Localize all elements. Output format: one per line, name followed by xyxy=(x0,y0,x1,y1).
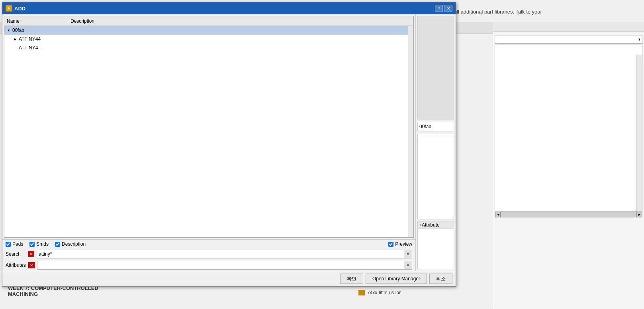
collapse-btn[interactable]: ▼ xyxy=(6,27,12,33)
attributes-label: Attributes xyxy=(6,262,26,268)
right-panel-vscroll[interactable] xyxy=(636,55,642,211)
tree-row-content: ▶ ATTINY4··· xyxy=(4,45,68,51)
tree-row-content: ▶ ATTINY44 xyxy=(4,36,68,42)
library-label: 00fab xyxy=(417,122,454,131)
cancel-button[interactable]: 취소 xyxy=(429,274,452,284)
tree-row[interactable]: ▼ 00fab xyxy=(4,26,413,35)
dialog-title-buttons: ? ✕ xyxy=(435,5,452,12)
tree-vscroll[interactable] xyxy=(408,26,413,237)
attribute-sort-icon: ↑ xyxy=(419,223,421,227)
preview-label: Preview xyxy=(395,241,412,247)
tree-item-label: 00fab xyxy=(12,27,24,33)
name-column-header[interactable]: Name ↑ xyxy=(4,16,68,25)
search-label: Search xyxy=(6,251,25,257)
attribute-body xyxy=(418,229,454,269)
expand-btn[interactable]: ▶ xyxy=(12,36,18,42)
add-dialog: A ADD ? ✕ Name ↑ Description xyxy=(2,2,456,287)
smds-checkbox[interactable] xyxy=(29,242,35,247)
right-panel-dropdown[interactable]: ▼ xyxy=(495,35,642,44)
right-panel-header xyxy=(493,22,644,32)
tree-item-label: ATTINY4··· xyxy=(19,45,42,51)
smds-checkbox-item: Smds xyxy=(29,241,49,247)
attribute-header[interactable]: ↑ Attribute xyxy=(418,221,454,229)
lib-item-name: 74xx-little-us.lbr xyxy=(367,290,401,295)
tree-header: Name ↑ Description xyxy=(4,16,413,26)
week-label: WEEK 7: COMPUTER-CONTROLLED MACHINING xyxy=(8,285,98,297)
description-checkbox-item: Description xyxy=(55,241,86,247)
search-input-wrap: ▼ xyxy=(37,250,412,258)
dialog-title-left: A ADD xyxy=(6,5,25,12)
attributes-row: Attributes ✕ ▼ xyxy=(2,260,415,271)
dialog-icon: A xyxy=(6,5,12,12)
component-tree: Name ↑ Description ▼ 00fab xyxy=(4,16,414,238)
right-panel: ▼ ◀ ▶ xyxy=(493,22,644,309)
lib-icon xyxy=(358,290,365,295)
dialog-titlebar: A ADD ? ✕ xyxy=(2,2,456,14)
right-panel-content xyxy=(495,45,642,212)
tree-body: ▼ 00fab ▶ ATTINY44 xyxy=(4,26,413,52)
smds-label: Smds xyxy=(36,241,49,247)
bg-text: all additional part libraries. Talk to y… xyxy=(454,9,542,15)
tree-row[interactable]: ▶ ATTINY4··· xyxy=(4,43,413,52)
search-input[interactable] xyxy=(37,250,404,258)
search-clear-btn[interactable]: ✕ xyxy=(28,251,34,257)
description-column-header[interactable]: Description xyxy=(68,16,413,25)
attributes-input-wrap: ▼ xyxy=(37,261,412,270)
search-row: Search ✕ ▼ xyxy=(2,248,415,260)
preview-checkbox-item: Preview xyxy=(388,241,412,247)
attributes-clear-btn[interactable]: ✕ xyxy=(28,262,35,268)
dialog-content: Name ↑ Description ▼ 00fab xyxy=(2,14,456,271)
confirm-button[interactable]: 확인 xyxy=(340,274,363,284)
dialog-help-btn[interactable]: ? xyxy=(435,5,443,12)
pads-checkbox[interactable] xyxy=(6,242,11,247)
tree-row[interactable]: ▶ ATTINY44 xyxy=(4,35,413,43)
hscroll-right-btn[interactable]: ▶ xyxy=(636,212,642,217)
attributes-dropdown-btn[interactable]: ▼ xyxy=(404,261,412,270)
search-dropdown-btn[interactable]: ▼ xyxy=(404,250,412,258)
tree-row-content: ▼ 00fab xyxy=(4,27,68,33)
preview-top-area xyxy=(417,16,454,119)
description-label: Description xyxy=(62,241,86,247)
list-item[interactable]: 74xx-little-us.lbr xyxy=(358,288,478,297)
dropdown-arrow-icon: ▼ xyxy=(638,37,641,41)
attributes-input[interactable] xyxy=(37,261,404,270)
attribute-section: ↑ Attribute xyxy=(417,221,454,269)
preview-panel: 00fab ↑ Attribute xyxy=(416,14,456,271)
symbol-preview xyxy=(417,134,454,219)
attribute-label: Attribute xyxy=(422,222,440,228)
tree-item-label: ATTINY44 xyxy=(19,36,41,42)
pads-checkbox-item: Pads xyxy=(6,241,23,247)
dialog-close-btn[interactable]: ✕ xyxy=(444,5,452,12)
filter-checkboxes: Pads Smds Description Preview xyxy=(2,239,415,248)
sort-arrow-icon: ↑ xyxy=(21,19,23,23)
pads-label: Pads xyxy=(12,241,23,247)
hscroll-left-btn[interactable]: ◀ xyxy=(495,212,501,217)
dialog-bottom-buttons: 확인 Open Library Manager 취소 xyxy=(2,271,456,286)
description-checkbox[interactable] xyxy=(55,242,60,247)
dialog-left-panel: Name ↑ Description ▼ 00fab xyxy=(2,14,416,271)
preview-checkbox[interactable] xyxy=(388,242,393,247)
open-library-manager-button[interactable]: Open Library Manager xyxy=(366,274,427,284)
dialog-title: ADD xyxy=(14,6,25,12)
